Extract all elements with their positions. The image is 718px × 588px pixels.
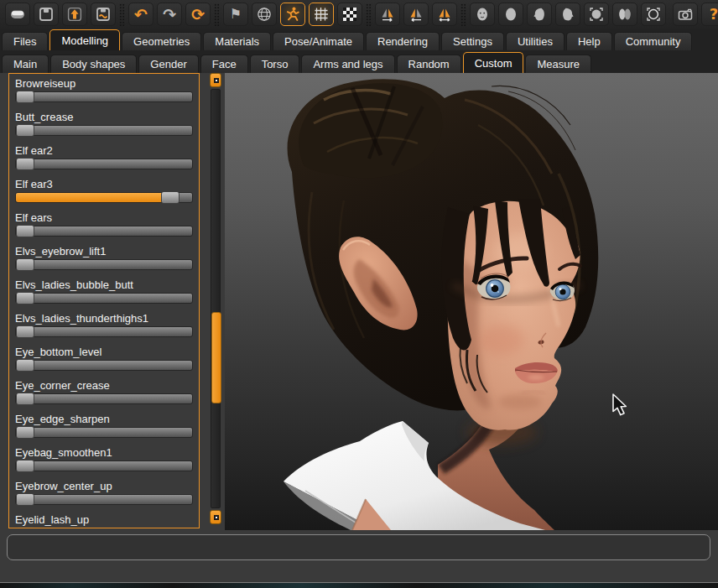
tab-rendering[interactable]: Rendering xyxy=(366,32,440,50)
tab-face[interactable]: Face xyxy=(200,55,248,73)
view-right-icon xyxy=(559,6,576,23)
tab-torso[interactable]: Torso xyxy=(250,55,300,73)
slider-handle[interactable] xyxy=(16,225,34,237)
view-top-button[interactable] xyxy=(584,3,609,26)
help-button[interactable]: ? xyxy=(701,3,718,26)
tab-measure[interactable]: Measure xyxy=(525,55,591,73)
slider-handle[interactable] xyxy=(16,258,34,271)
slider-handle[interactable] xyxy=(16,460,34,472)
tab-files[interactable]: Files xyxy=(2,32,48,50)
tab-utilities[interactable]: Utilities xyxy=(506,32,565,50)
tab-random[interactable]: Random xyxy=(397,55,461,73)
panel-scrollbar xyxy=(208,73,223,524)
symmetry-right-button[interactable] xyxy=(375,3,400,26)
reset-camera-button[interactable]: ⟳ xyxy=(185,3,211,26)
slider-track[interactable] xyxy=(15,226,193,237)
view-front-button[interactable] xyxy=(470,3,495,26)
command-input[interactable] xyxy=(7,534,710,560)
slider-track[interactable] xyxy=(15,528,193,528)
view-right-button[interactable] xyxy=(555,3,580,26)
save-model-button[interactable] xyxy=(62,3,87,26)
pose-toggle-button[interactable] xyxy=(280,3,305,26)
tab-arms-and-legs[interactable]: Arms and legs xyxy=(301,55,394,73)
slider-handle[interactable] xyxy=(161,191,180,204)
scrollbar-thumb[interactable] xyxy=(211,312,221,403)
slider-track[interactable] xyxy=(15,326,193,337)
export-model-button[interactable] xyxy=(91,3,116,26)
symmetry-both-icon xyxy=(436,6,453,23)
symmetry-both-button[interactable] xyxy=(432,3,457,26)
tab-community[interactable]: Community xyxy=(614,32,693,50)
tab-custom[interactable]: Custom xyxy=(463,52,524,73)
tab-label: Community xyxy=(626,35,681,48)
slider-track[interactable] xyxy=(15,461,193,471)
slider-label: Butt_crease xyxy=(15,109,193,125)
slider-track[interactable] xyxy=(15,159,193,169)
tab-pose-animate[interactable]: Pose/Animate xyxy=(273,32,364,50)
tab-label: Utilities xyxy=(518,35,553,48)
tab-label: Gender xyxy=(150,58,186,70)
tab-materials[interactable]: Materials xyxy=(203,32,271,50)
slider-track[interactable] xyxy=(15,427,193,438)
slider-handle[interactable] xyxy=(16,91,34,103)
view-left-button[interactable] xyxy=(527,3,552,26)
slider-handle[interactable] xyxy=(16,292,34,304)
slider-handle[interactable] xyxy=(16,426,34,439)
redo-button[interactable]: ↷ xyxy=(157,3,182,26)
scroll-down-button[interactable] xyxy=(210,510,221,524)
symmetry-left-button[interactable] xyxy=(403,3,429,26)
tab-settings[interactable]: Settings xyxy=(441,32,504,50)
screenshot-button[interactable] xyxy=(673,3,698,26)
scroll-up-button[interactable] xyxy=(210,73,221,87)
slider-handle[interactable] xyxy=(16,527,34,528)
slider-handle[interactable] xyxy=(16,359,34,372)
view-back-button[interactable] xyxy=(498,3,523,26)
modifier-row: Eye_bottom_level xyxy=(9,342,199,376)
slider-label: Elf ears xyxy=(15,210,193,226)
viewport-3d-render xyxy=(225,73,718,530)
new-model-button[interactable] xyxy=(5,3,30,26)
viewport-3d[interactable] xyxy=(225,73,718,530)
slider-handle[interactable] xyxy=(16,325,34,338)
smooth-toggle-button[interactable]: ⚑ xyxy=(223,3,248,26)
slider-handle[interactable] xyxy=(16,393,34,405)
modifier-row: Elvs_ladies_thunderthighs1 xyxy=(9,309,199,342)
slider-label: Eyelid_lash_up xyxy=(15,512,193,528)
help-icon: ? xyxy=(710,7,718,22)
slider-label: Eye_corner_crease xyxy=(15,377,193,393)
slider-track[interactable] xyxy=(15,91,193,102)
modifier-row: Butt_crease xyxy=(9,107,199,141)
new-model-icon xyxy=(9,6,26,23)
background-toggle-icon xyxy=(341,6,358,23)
tab-modelling[interactable]: Modelling xyxy=(49,29,120,50)
tab-gender[interactable]: Gender xyxy=(138,55,198,73)
tab-body-shapes[interactable]: Body shapes xyxy=(50,55,137,73)
tab-main[interactable]: Main xyxy=(2,55,49,73)
grid-toggle-button[interactable] xyxy=(309,3,334,26)
view-left-icon xyxy=(531,6,548,23)
undo-icon: ↶ xyxy=(134,7,148,23)
tab-label: Face xyxy=(212,58,237,70)
slider-track[interactable] xyxy=(15,192,193,203)
tab-help[interactable]: Help xyxy=(566,32,612,50)
slider-track[interactable] xyxy=(15,393,193,404)
load-model-button[interactable] xyxy=(34,3,59,26)
toolbar-separator xyxy=(460,3,466,26)
slider-track[interactable] xyxy=(15,360,193,371)
wireframe-toggle-button[interactable] xyxy=(252,3,277,26)
slider-track[interactable] xyxy=(15,293,193,304)
slider-handle[interactable] xyxy=(16,493,34,506)
slider-handle[interactable] xyxy=(16,124,34,137)
slider-track[interactable] xyxy=(15,125,193,136)
background-toggle-button[interactable] xyxy=(337,3,362,26)
scrollbar-track[interactable] xyxy=(211,89,221,508)
slider-track[interactable] xyxy=(15,259,193,270)
tab-geometries[interactable]: Geometries xyxy=(122,32,201,50)
view-side-button[interactable] xyxy=(612,3,637,26)
view-side-icon xyxy=(617,6,633,23)
view-reset-button[interactable] xyxy=(641,3,666,26)
undo-button[interactable]: ↶ xyxy=(128,3,153,26)
wireframe-toggle-icon xyxy=(256,6,273,23)
slider-handle[interactable] xyxy=(16,158,34,170)
slider-track[interactable] xyxy=(15,494,193,505)
